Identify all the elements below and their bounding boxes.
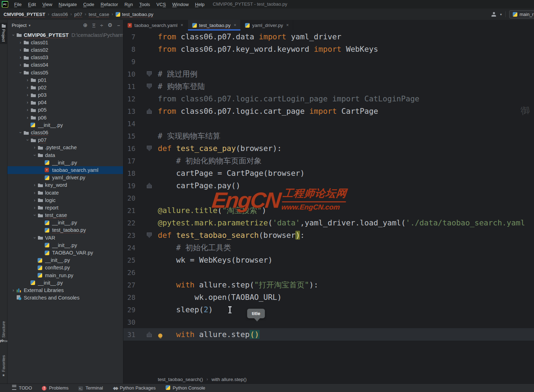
chevron-collapsed-icon[interactable]: › [24, 78, 30, 83]
line-number[interactable]: 17 [123, 157, 135, 165]
code-text[interactable]: from class06.p07.key_word.keyword import… [153, 45, 534, 54]
statusbar-terminal[interactable]: ›_Terminal [78, 385, 103, 391]
code-text[interactable]: from class06.p07.logic.cartLogin_page im… [153, 94, 534, 103]
tree-item-locate[interactable]: ›locate [7, 189, 123, 196]
chevron-expanded-icon[interactable]: › [11, 32, 16, 38]
tab-taobao-search-yaml[interactable]: Ytaobao_search.yaml× [123, 20, 188, 30]
fold-marker-icon[interactable] [145, 233, 153, 238]
code-line-31[interactable]: 31 with allure.step() [123, 328, 534, 341]
chevron-collapsed-icon[interactable]: › [32, 183, 38, 187]
code-text[interactable]: def test_case_pay(browser): [153, 144, 534, 153]
code-line-30[interactable]: 30 [123, 316, 534, 328]
tree-item-p02[interactable]: ›p02 [7, 84, 123, 91]
chevron-collapsed-icon[interactable]: › [32, 205, 38, 210]
line-number[interactable]: 19 [123, 182, 135, 190]
tree-item-main-run-py[interactable]: main_run.py [7, 271, 123, 279]
code-line-21[interactable]: 21@allure.title("淘宝搜索") [123, 204, 534, 217]
fold-marker-icon[interactable] [145, 84, 153, 89]
chevron-collapsed-icon[interactable]: › [32, 198, 38, 203]
line-number[interactable]: 25 [123, 256, 135, 264]
user-icon[interactable] [491, 12, 496, 17]
tree-item-init-py[interactable]: __init__.py [7, 241, 123, 249]
code-line-8[interactable]: 8from class06.p07.key_word.keyword impor… [123, 43, 534, 55]
code-line-23[interactable]: 23def test_taobao_search(browser): [123, 229, 534, 241]
menu-item-refactor[interactable]: Refactor [98, 1, 121, 8]
tree-item-taobao-var-py[interactable]: TAOBAO_VAR.py [7, 249, 123, 256]
close-icon[interactable]: × [286, 23, 289, 28]
code-text[interactable]: # 初始化工具类 [153, 242, 534, 253]
chevron-collapsed-icon[interactable]: › [24, 100, 30, 105]
menu-item-code[interactable]: Code [80, 1, 98, 8]
code-line-17[interactable]: 17 # 初始化购物车页面对象 [123, 155, 534, 167]
line-number[interactable]: 18 [123, 169, 135, 177]
code-line-20[interactable]: 20 [123, 192, 534, 204]
code-editor[interactable]: 7from class06.p07.data import yaml_drive… [123, 30, 534, 375]
fold-marker-icon[interactable] [145, 332, 153, 337]
code-text[interactable]: @pytest.mark.parametrize('data',yaml_dri… [153, 218, 534, 227]
tree-item-external-libraries[interactable]: ›External Libraries [7, 286, 123, 294]
breadcrumb-item-test-taobao-py[interactable]: test_taobao.py [116, 12, 154, 17]
chevron-down-icon[interactable]: ▾ [500, 12, 502, 16]
tree-item-init-py[interactable]: __init__.py [7, 159, 123, 166]
menu-item-tools[interactable]: Tools [136, 1, 153, 8]
line-number[interactable]: 21 [123, 207, 135, 214]
chevron-expanded-icon[interactable]: › [18, 69, 23, 75]
statusbar-todo[interactable]: TODO [12, 385, 32, 391]
hide-icon[interactable]: − [117, 22, 120, 28]
tree-item-class03[interactable]: ›class03 [7, 54, 123, 61]
fold-marker-icon[interactable] [145, 146, 153, 151]
line-number[interactable]: 27 [123, 281, 135, 289]
tree-item-p06[interactable]: ›p06 [7, 114, 123, 121]
editor-breadcrumb-0[interactable]: test_taobao_search() [158, 377, 203, 382]
chevron-expanded-icon[interactable]: › [32, 235, 37, 241]
code-text[interactable]: # 购物车登陆 [153, 81, 534, 91]
code-text[interactable]: cartPage = CartPage(browser) [153, 169, 534, 178]
editor-breadcrumb-1[interactable]: with allure.step() [212, 377, 247, 382]
tree-item-init-py[interactable]: __init__.py [7, 219, 123, 226]
menu-item-help[interactable]: Help [192, 1, 208, 8]
tree-item-yaml-driver-py[interactable]: yaml_driver.py [7, 174, 123, 181]
tree-item-taobao-search-yaml[interactable]: Ytaobao_search.yaml [7, 166, 123, 174]
tree-item-test-case[interactable]: ›test_case [7, 212, 123, 219]
tree-item-scratches-and-consoles[interactable]: Scratches and Consoles [7, 294, 123, 302]
chevron-collapsed-icon[interactable]: › [10, 288, 16, 293]
fold-marker-icon[interactable] [145, 71, 153, 77]
settings-icon[interactable]: ⚙ [108, 22, 112, 28]
code-text[interactable]: from class06.p07.logic.cart_page import … [153, 107, 534, 116]
code-line-29[interactable]: 29 sleep(2) [123, 303, 534, 316]
line-number[interactable]: 13 [123, 107, 135, 115]
line-number[interactable]: 23 [123, 231, 135, 239]
code-text[interactable]: with allure.step() [153, 330, 534, 339]
menu-item-file[interactable]: File [11, 1, 25, 8]
project-panel-title[interactable]: Project ▾ [12, 23, 30, 28]
line-number[interactable]: 20 [123, 194, 135, 202]
code-line-22[interactable]: 22@pytest.mark.parametrize('data',yaml_d… [123, 217, 534, 229]
chevron-expanded-icon[interactable]: › [32, 212, 37, 218]
statusbar-problems[interactable]: !Problems [42, 385, 68, 391]
locate-icon[interactable]: ⊕ [83, 22, 88, 28]
tree-item-report[interactable]: ›report [7, 204, 123, 211]
line-number[interactable]: 14 [123, 120, 135, 128]
code-text[interactable]: wk = WebKeys(browser) [153, 256, 534, 264]
fold-marker-icon[interactable] [145, 108, 153, 114]
tree-item-p07[interactable]: ›p07 [7, 136, 123, 144]
code-text[interactable]: # 初始化购物车页面对象 [153, 156, 534, 166]
line-number[interactable]: 11 [123, 83, 135, 90]
tree-item-var[interactable]: ›VAR [7, 234, 123, 241]
line-number[interactable]: 16 [123, 145, 135, 152]
statusbar-python-packages[interactable]: ◆◆Python Packages [113, 385, 156, 391]
code-line-18[interactable]: 18 cartPage = CartPage(browser) [123, 167, 534, 179]
tree-item-init-py[interactable]: __init__.py [7, 279, 123, 286]
tree-item-init-py[interactable]: __init__.py [7, 257, 123, 264]
code-line-7[interactable]: 7from class06.p07.data import yaml_drive… [123, 30, 534, 43]
code-line-11[interactable]: 11# 购物车登陆 [123, 80, 534, 93]
menu-item-run[interactable]: Run [121, 1, 136, 8]
line-number[interactable]: 29 [123, 306, 135, 314]
code-line-9[interactable]: 9 [123, 55, 534, 68]
chevron-collapsed-icon[interactable]: › [24, 107, 30, 112]
chevron-collapsed-icon[interactable]: › [24, 93, 30, 97]
tree-item-p01[interactable]: ›p01 [7, 76, 123, 84]
code-line-12[interactable]: 12from class06.p07.logic.cartLogin_page … [123, 93, 534, 105]
line-number[interactable]: 8 [123, 45, 135, 53]
line-number[interactable]: 31 [123, 331, 135, 338]
